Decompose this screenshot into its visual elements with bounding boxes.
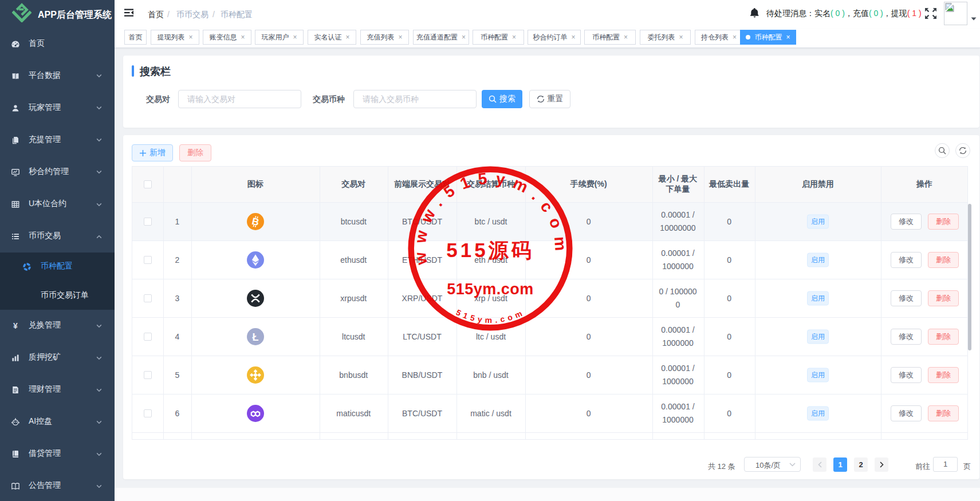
svg-text:515源码: 515源码	[446, 239, 534, 261]
svg-text:Ł: Ł	[252, 331, 258, 342]
svg-text:¥: ¥	[13, 321, 18, 330]
svg-text:515ym.com: 515ym.com	[447, 281, 534, 298]
